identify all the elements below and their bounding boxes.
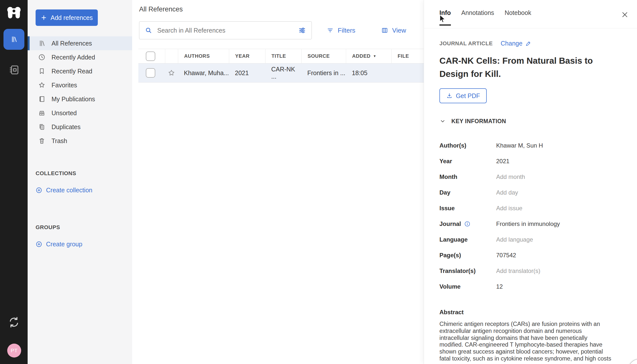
star-icon [38,81,46,89]
filter-icon [327,27,334,34]
field-label: Month [440,174,496,180]
field-label: Journal [440,220,461,228]
sidebar-item-recently-added[interactable]: Recently Added [28,50,132,64]
sidebar-item-my-publications[interactable]: My Publications [28,92,132,106]
field-value-placeholder[interactable]: Add issue [496,205,522,212]
filters-label: Filters [338,26,355,34]
clock-icon [38,54,46,61]
download-icon [446,92,452,99]
sidebar-item-label: Unsorted [52,110,77,117]
sidebar-item-label: Recently Read [52,68,92,75]
header-year[interactable]: YEAR [229,49,265,63]
field-value[interactable]: Khawar M, Sun H [496,142,543,149]
tab-info[interactable]: Info [440,9,451,26]
sidebar-item-label: Recently Added [52,54,95,61]
field-value-placeholder[interactable]: Add month [496,174,525,180]
search-bar[interactable] [139,22,312,39]
sidebar-item-trash[interactable]: Trash [28,134,132,148]
collections-section: COLLECTIONS Create collection [36,170,92,194]
sidebar-item-label: Trash [52,137,67,144]
sidebar-item-label: Favorites [52,82,77,89]
sidebar-item-recently-read[interactable]: Recently Read [28,64,132,78]
create-group-link[interactable]: Create group [36,240,82,248]
sliders-icon[interactable] [298,26,306,34]
field-value-placeholder[interactable]: Add translator(s) [496,268,540,274]
notebook-rail-button[interactable] [7,63,21,77]
avatar[interactable]: PT [7,344,21,358]
reference-type-label: JOURNAL ARTICLE [440,40,493,47]
sync-icon[interactable] [7,316,21,329]
favorite-star-icon[interactable] [168,69,176,77]
cell-year: 2021 [229,70,265,77]
add-references-button[interactable]: Add references [36,10,98,26]
trash-icon [38,137,46,144]
cell-source: Frontiers in ... [301,70,346,77]
get-pdf-label: Get PDF [456,92,480,100]
field-label: Page(s) [440,252,496,259]
field-value-placeholder[interactable]: Add day [496,189,518,196]
field-label: Year [440,158,496,165]
field-value-placeholder[interactable]: Add language [496,236,533,243]
library-icon [38,40,46,47]
header-source[interactable]: SOURCE [301,49,346,63]
sidebar: Add references All References Recently A… [28,0,132,364]
mendeley-app: PT Add references All References Recentl… [0,0,637,364]
abstract-header: Abstract [440,309,622,316]
field-value[interactable]: 707542 [496,252,516,259]
plus-circle-icon [36,187,42,194]
header-title[interactable]: TITLE [265,49,301,63]
sidebar-item-duplicates[interactable]: Duplicates [28,120,132,134]
key-information-label: KEY INFORMATION [451,118,506,125]
select-all-checkbox[interactable] [146,52,155,61]
field-value[interactable]: Frontiers in immunology [496,220,560,228]
details-content: JOURNAL ARTICLE Change CAR-NK Cells: Fro… [440,28,622,364]
cell-added: 18:05 [346,70,392,77]
key-information-header[interactable]: KEY INFORMATION [440,118,622,125]
row-checkbox[interactable] [146,68,155,78]
collections-header: COLLECTIONS [36,170,92,177]
reference-title: CAR-NK Cells: From Natural Basis to Desi… [440,54,611,80]
add-references-label: Add references [50,14,93,22]
field-day: Day Add day [440,184,622,200]
field-value[interactable]: 12 [496,283,503,290]
pencil-icon [525,40,532,47]
table-row[interactable]: Khawar, Muha... 2021 CAR-NK ... Frontier… [138,64,424,82]
header-file[interactable]: FILE [392,49,424,63]
create-collection-link[interactable]: Create collection [36,186,92,194]
get-pdf-button[interactable]: Get PDF [440,88,487,103]
close-icon[interactable] [620,10,629,19]
sidebar-nav: All References Recently Added Recently R… [28,36,132,148]
sidebar-item-unsorted[interactable]: Unsorted [28,106,132,120]
tab-annotations[interactable]: Annotations [461,9,494,24]
list-actions: Filters View [327,22,406,39]
cell-title: CAR-NK ... [265,66,301,80]
info-icon[interactable] [464,221,470,227]
field-value[interactable]: 2021 [496,158,509,165]
field-label: Day [440,189,496,196]
mendeley-logo [6,4,22,20]
field-year: Year 2021 [440,153,622,169]
plus-icon [40,14,47,21]
create-group-label: Create group [46,240,82,248]
sidebar-item-favorites[interactable]: Favorites [28,78,132,92]
header-authors[interactable]: AUTHORS [178,49,229,63]
references-table: AUTHORS YEAR TITLE SOURCE ADDED ▼ FILE K… [138,49,424,82]
chevron-down-icon [440,118,446,124]
tab-notebook[interactable]: Notebook [504,9,531,24]
library-rail-button[interactable] [4,29,24,50]
header-added[interactable]: ADDED ▼ [346,49,392,63]
sidebar-item-label: My Publications [52,96,95,103]
page-title: All References [139,6,183,13]
view-button[interactable]: View [381,26,406,34]
columns-icon [381,27,388,34]
search-input[interactable] [157,27,293,34]
view-label: View [392,26,406,34]
header-star-column [165,49,178,63]
sidebar-item-all-references[interactable]: All References [28,36,132,50]
groups-header: GROUPS [36,224,82,231]
cell-authors: Khawar, Muha... [178,70,229,77]
filters-button[interactable]: Filters [327,26,355,34]
main-content: All References Filters View AUTHORS YEAR [132,0,424,364]
change-type-link[interactable]: Change [501,40,532,47]
field-label: Language [440,236,496,243]
